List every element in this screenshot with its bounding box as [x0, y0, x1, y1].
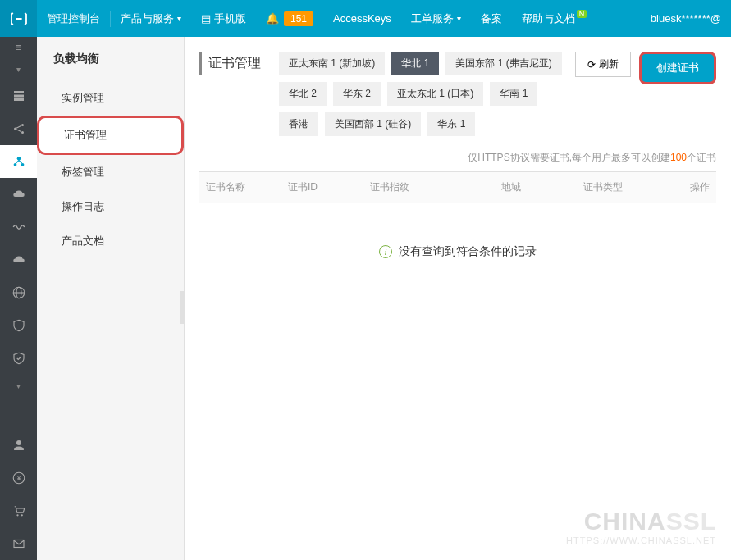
products-menu[interactable]: 产品与服务 ▾ [111, 0, 191, 37]
hint-text: 仅HTTPS协议需要证书,每个用户最多可以创建100个证书 [199, 151, 716, 165]
nav-icon-servers[interactable] [0, 80, 37, 112]
beian-link[interactable]: 备案 [471, 0, 512, 37]
region-tab[interactable]: 华南 1 [490, 82, 537, 106]
svg-rect-2 [14, 98, 24, 101]
empty-text: 没有查询到符合条件的记录 [399, 244, 537, 259]
refresh-icon: ⟳ [587, 59, 596, 71]
svg-rect-0 [14, 91, 24, 93]
page-title: 证书管理 [199, 52, 271, 75]
console-link[interactable]: 管理控制台 [37, 0, 110, 37]
nav-icon-loadbalancer[interactable] [0, 145, 37, 178]
chevron-down-icon: ▾ [16, 65, 21, 74]
hint-suffix: 个证书 [687, 152, 716, 163]
chevron-down-icon: ▾ [457, 14, 461, 23]
nav-tag-mgmt[interactable]: 标签管理 [37, 155, 184, 189]
svg-point-3 [14, 128, 16, 130]
bell-icon: 🔔 [266, 12, 279, 25]
nav-icon-cloud[interactable] [0, 178, 37, 211]
svg-point-14 [16, 514, 18, 516]
nav-icon-cart[interactable] [0, 494, 37, 527]
create-cert-button[interactable]: 创建证书 [639, 52, 716, 84]
page-header: 证书管理 亚太东南 1 (新加坡) 华北 1 美国东部 1 (弗吉尼亚) 华北 … [199, 52, 716, 136]
region-tab[interactable]: 亚太东南 1 (新加坡) [279, 52, 385, 75]
sidebar-caret[interactable]: ▾ [0, 58, 37, 80]
mobile-label: 手机版 [214, 11, 246, 26]
watermark-main: CHINASSL [566, 508, 716, 535]
svg-rect-1 [14, 95, 24, 98]
nav-logs[interactable]: 操作日志 [37, 189, 184, 224]
region-tabs: 亚太东南 1 (新加坡) 华北 1 美国东部 1 (弗吉尼亚) 华北 2 华东 … [279, 52, 565, 136]
notifications[interactable]: 🔔 151 [256, 0, 323, 37]
nav-icon-billing[interactable]: ¥ [0, 462, 37, 494]
refresh-button[interactable]: ⟳ 刷新 [575, 52, 631, 77]
col-cert-id: 证书ID [281, 180, 363, 194]
region-tab[interactable]: 香港 [279, 112, 318, 136]
nav-icon-shield[interactable] [0, 309, 37, 342]
sidebar-title: 负载均衡 [37, 37, 184, 81]
region-tab[interactable]: 亚太东北 1 (日本) [387, 82, 483, 106]
top-header: 管理控制台 产品与服务 ▾ ▤ 手机版 🔔 151 AccessKeys 工单服… [0, 0, 731, 37]
svg-point-6 [16, 157, 21, 161]
sidebar-caret-2[interactable]: ▾ [0, 375, 37, 396]
main-content: 证书管理 亚太东南 1 (新加坡) 华北 1 美国东部 1 (弗吉尼亚) 华北 … [185, 37, 731, 560]
mobile-icon: ▤ [201, 12, 211, 25]
col-cert-name: 证书名称 [199, 180, 281, 194]
region-tab[interactable]: 华北 2 [279, 82, 327, 106]
col-operation: 操作 [634, 180, 716, 194]
info-icon: i [379, 245, 392, 258]
logo[interactable] [0, 0, 37, 37]
region-tab[interactable]: 华北 1 [391, 52, 439, 75]
new-badge: N [577, 10, 587, 18]
products-label: 产品与服务 [121, 11, 174, 26]
svg-point-11 [16, 440, 21, 445]
tickets-label: 工单服务 [411, 11, 454, 26]
nav-icon-wave[interactable] [0, 211, 37, 244]
page-actions: ⟳ 刷新 创建证书 [575, 52, 716, 84]
help-label: 帮助与文档 [522, 11, 575, 26]
nav-icon-user[interactable] [0, 429, 37, 462]
nav-icon-shield-check[interactable] [0, 342, 37, 375]
empty-state: i 没有查询到符合条件的记录 [199, 203, 716, 300]
nav-icon-mail[interactable] [0, 527, 37, 560]
hint-prefix: 仅HTTPS协议需要证书,每个用户最多可以创建 [468, 152, 670, 163]
region-tab[interactable]: 华东 1 [427, 112, 475, 136]
watermark-sub: HTTPS://WWW.CHINASSL.NET [566, 535, 716, 545]
refresh-label: 刷新 [599, 57, 619, 71]
tickets-menu[interactable]: 工单服务 ▾ [401, 0, 471, 37]
table-header: 证书名称 证书ID 证书指纹 地域 证书类型 操作 [199, 171, 716, 203]
chevron-down-icon: ▾ [16, 381, 21, 390]
svg-point-4 [21, 124, 24, 126]
col-type: 证书类型 [577, 180, 634, 194]
nav-docs[interactable]: 产品文档 [37, 224, 184, 258]
help-menu[interactable]: 帮助与文档 N [512, 0, 597, 37]
user-menu[interactable]: bluesk*******@ [641, 0, 731, 37]
nav-icon-cloud2[interactable] [0, 244, 37, 276]
access-keys-link[interactable]: AccessKeys [323, 0, 401, 37]
menu-icon: ≡ [16, 42, 21, 53]
nav-instance-mgmt[interactable]: 实例管理 [37, 81, 184, 116]
icon-sidebar: ≡ ▾ ▾ ¥ [0, 37, 37, 560]
watermark: CHINASSL HTTPS://WWW.CHINASSL.NET [566, 508, 716, 545]
svg-rect-16 [14, 540, 24, 548]
sub-sidebar: 负载均衡 实例管理 证书管理 标签管理 操作日志 产品文档 ⋮ [37, 37, 185, 560]
nav-cert-mgmt[interactable]: 证书管理 [37, 116, 184, 155]
chevron-down-icon: ▾ [177, 14, 181, 23]
region-tab[interactable]: 华东 2 [333, 82, 381, 106]
col-region: 地域 [495, 180, 577, 194]
svg-point-15 [21, 514, 22, 516]
col-fingerprint: 证书指纹 [363, 180, 495, 194]
svg-point-5 [21, 131, 24, 134]
region-tab[interactable]: 美国东部 1 (弗吉尼亚) [445, 52, 561, 75]
region-tab[interactable]: 美国西部 1 (硅谷) [325, 112, 421, 136]
mobile-link[interactable]: ▤ 手机版 [191, 0, 256, 37]
sidebar-toggle[interactable]: ≡ [0, 37, 37, 58]
svg-text:¥: ¥ [16, 475, 21, 482]
hint-num: 100 [670, 152, 687, 163]
notification-count: 151 [284, 11, 313, 26]
nav-icon-globe[interactable] [0, 276, 37, 309]
nav-icon-network[interactable] [0, 112, 37, 145]
